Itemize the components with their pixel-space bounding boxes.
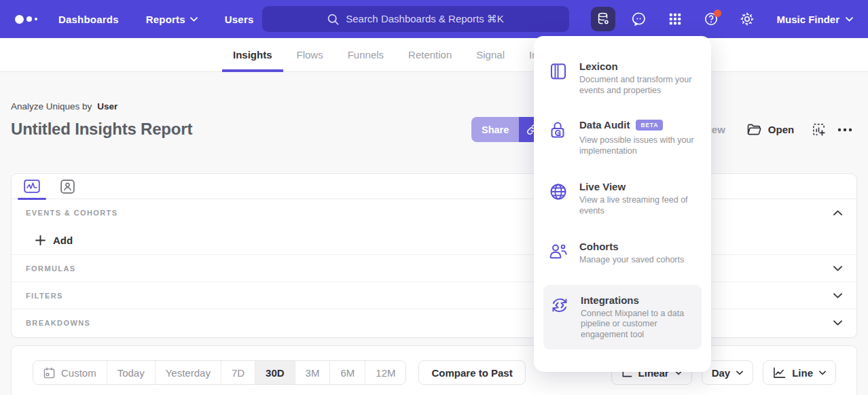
add-event-button[interactable]: Add [35,235,73,246]
range-12m[interactable]: 12M [365,361,405,384]
range-label: 30D [266,367,285,379]
mixpanel-logo[interactable] [15,15,46,24]
add-to-dashboard-icon [812,122,826,137]
chart-type-dropdown[interactable]: Line [763,360,836,385]
menu-item-lexicon[interactable]: Lexicon Document and transform your even… [542,61,703,96]
range-label: 6M [340,367,355,379]
profiles-view-tab[interactable] [57,174,78,199]
project-selector[interactable]: Music Finder [776,14,853,25]
menu-item-title: Integrations [581,294,639,306]
profile-icon [60,179,75,194]
search-placeholder: Search Dashboards & Reports ⌘K [346,13,504,25]
range-7d[interactable]: 7D [221,361,255,384]
range-label: Custom [61,367,96,379]
more-dots-icon [837,128,852,132]
chart-type-label: Line [792,367,813,379]
share-button[interactable]: Share [471,117,519,142]
tab-label: Signal [476,49,505,61]
calendar-icon [43,367,55,379]
tab-retention[interactable]: Retention [396,38,464,71]
range-30d[interactable]: 30D [255,361,295,384]
section-label: BREAKDOWNS [26,319,90,327]
range-6m[interactable]: 6M [330,361,365,384]
beta-badge: BETA [636,120,663,131]
cohorts-people-icon [549,242,568,260]
apps-grid-icon [668,12,683,27]
range-label: 3M [306,367,320,379]
analysis-subtitle: Analyze Uniques by User [11,101,117,111]
apps-grid-button[interactable] [663,7,687,31]
top-nav: Dashboards Reports Users Search Dashboar… [0,0,868,38]
data-management-popup: Lexicon Document and transform your even… [534,36,711,372]
data-audit-lock-icon [549,120,566,139]
plus-icon [35,235,46,245]
section-breakdowns[interactable]: BREAKDOWNS [12,309,856,336]
feedback-button[interactable] [627,7,651,31]
builder-view-tabs [12,174,856,199]
range-yesterday[interactable]: Yesterday [156,361,221,384]
more-options-button[interactable] [837,128,852,132]
gear-icon [739,11,755,27]
nav-item-dashboards[interactable]: Dashboards [58,14,119,25]
section-label: FILTERS [26,292,63,300]
data-management-icon [596,12,611,27]
section-filters[interactable]: FILTERS [12,281,856,309]
settings-button[interactable] [735,7,759,31]
notification-dot [714,10,721,17]
lexicon-book-icon [549,62,568,81]
chart-controls-panel: Custom Today Yesterday 7D 30D 3M 6M 12M … [11,345,857,395]
events-add-row: Add [12,226,856,254]
nav-item-reports[interactable]: Reports [146,14,198,25]
chevron-down-icon [833,320,842,326]
tab-signal[interactable]: Signal [464,38,517,71]
range-custom[interactable]: Custom [33,361,107,384]
query-builder-panel: EVENTS & COHORTS Add FORMULAS FILTERS BR… [11,173,857,338]
range-label: 12M [376,367,395,379]
add-to-dashboard-button[interactable] [812,122,826,137]
chevron-down-icon [819,371,826,375]
section-events-cohorts[interactable]: EVENTS & COHORTS [12,199,856,226]
tab-label: Funnels [348,49,384,61]
integrations-sync-icon [550,296,569,315]
chevron-down-icon [833,293,842,298]
help-button[interactable] [699,7,723,31]
section-label: EVENTS & COHORTS [26,209,117,217]
subtitle-value[interactable]: User [97,101,117,111]
compare-to-past-button[interactable]: Compare to Past [418,360,525,385]
range-today[interactable]: Today [107,361,156,384]
feedback-bubble-icon [631,11,647,27]
menu-item-live-view[interactable]: Live View View a live streaming feed of … [542,181,703,216]
open-report-button[interactable]: Open [747,124,794,136]
page-title[interactable]: Untitled Insights Report [11,120,192,139]
search-input[interactable]: Search Dashboards & Reports ⌘K [262,6,569,32]
menu-item-data-audit[interactable]: Data Audit BETA View possible issues wit… [542,119,703,156]
data-management-button[interactable] [591,7,615,31]
nav-item-users[interactable]: Users [225,14,254,25]
section-formulas[interactable]: FORMULAS [12,254,856,281]
tab-insights[interactable]: Insights [221,38,285,71]
range-label: Today [117,367,145,379]
range-label: Yesterday [166,367,211,379]
tab-label: Retention [408,49,452,61]
range-3m[interactable]: 3M [295,361,331,384]
menu-item-desc: View a live streaming feed of events [579,195,700,216]
add-label: Add [53,235,73,246]
report-tabbar: Insights Flows Funnels Retention Signal … [0,38,868,72]
menu-item-title: Data Audit [579,119,630,131]
live-view-globe-icon [549,182,568,201]
open-label: Open [768,124,794,135]
line-chart-icon [773,367,786,379]
insights-chart-icon [24,179,40,193]
menu-item-title: Lexicon [579,61,618,72]
chevron-up-icon [833,210,842,216]
tab-label: Flows [297,49,323,61]
menu-item-integrations[interactable]: Integrations Connect Mixpanel to a data … [543,285,702,350]
tab-funnels[interactable]: Funnels [336,38,396,71]
menu-item-desc: View possible issues with your implement… [579,135,700,156]
tab-label: Insights [233,49,272,61]
tab-flows[interactable]: Flows [285,38,336,71]
project-name: Music Finder [776,14,839,25]
menu-item-title: Live View [579,181,626,192]
menu-item-cohorts[interactable]: Cohorts Manage your saved cohorts [542,241,703,266]
events-view-tab[interactable] [20,174,43,199]
